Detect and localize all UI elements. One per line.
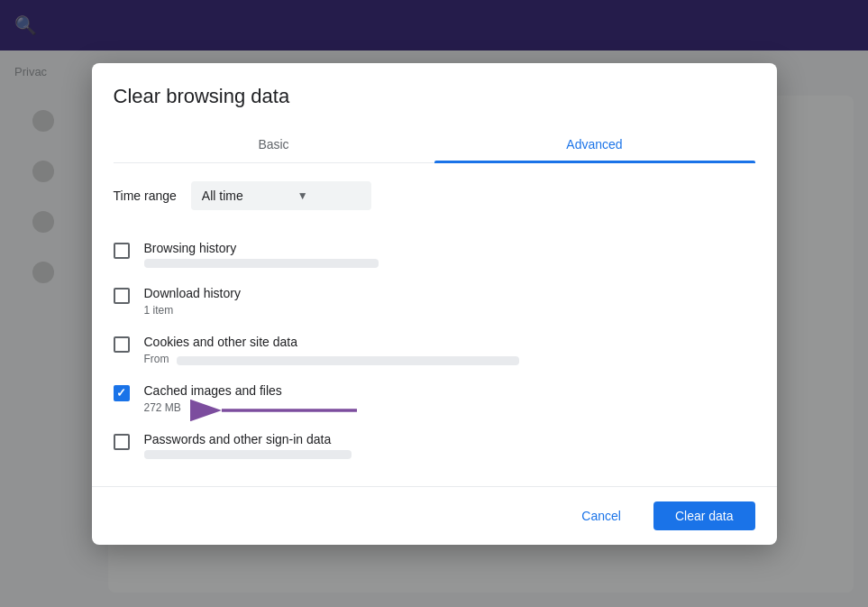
checkbox-unchecked-passwords[interactable]	[114, 434, 130, 450]
list-item-cached-images: Cached images and files 272 MB	[114, 374, 755, 423]
item-title-passwords: Passwords and other sign-in data	[144, 432, 755, 446]
time-range-value: All time	[202, 189, 243, 203]
clear-data-button[interactable]: Clear data	[653, 501, 755, 530]
cookies-subtitle-row: From	[144, 353, 755, 365]
item-text-cookies: Cookies and other site data From	[144, 335, 755, 365]
checkbox-checked-cached[interactable]	[114, 385, 130, 401]
cancel-button[interactable]: Cancel	[560, 501, 643, 530]
cookies-subtitle-bar	[177, 356, 519, 365]
list-item-passwords: Passwords and other sign-in data	[114, 423, 755, 468]
item-title-cookies: Cookies and other site data	[144, 335, 755, 349]
checkbox-passwords[interactable]	[114, 434, 130, 450]
list-item-browsing-history: Browsing history	[114, 232, 755, 277]
time-range-row: Time range All time ▼	[114, 181, 755, 210]
item-subtitle-bar-passwords	[144, 450, 352, 459]
checkbox-cookies[interactable]	[114, 336, 130, 353]
checkbox-browsing-history[interactable]	[114, 243, 130, 259]
dialog-title: Clear browsing data	[114, 85, 755, 108]
checkbox-unchecked-cookies[interactable]	[114, 336, 130, 353]
dialog-header: Clear browsing data Basic Advanced	[92, 63, 777, 163]
item-text-download-history: Download history 1 item	[144, 286, 755, 317]
checkbox-unchecked-download[interactable]	[114, 288, 130, 304]
tab-advanced[interactable]: Advanced	[434, 126, 755, 162]
checkbox-unchecked[interactable]	[114, 243, 130, 259]
dialog-tabs: Basic Advanced	[114, 126, 755, 163]
item-subtitle-download-history: 1 item	[144, 304, 755, 317]
item-text-cached-images: Cached images and files 272 MB	[144, 383, 755, 414]
tab-basic[interactable]: Basic	[114, 126, 434, 162]
cookies-from-label: From	[144, 353, 169, 365]
item-subtitle-bar-browsing	[144, 259, 379, 268]
item-text-browsing-history: Browsing history	[144, 241, 755, 268]
dropdown-arrow-icon: ▼	[297, 189, 308, 202]
clear-browsing-data-dialog: Clear browsing data Basic Advanced Time …	[92, 63, 777, 545]
item-subtitle-cached-images: 272 MB	[144, 401, 755, 414]
item-title-download-history: Download history	[144, 286, 755, 300]
time-range-select[interactable]: All time ▼	[191, 181, 371, 210]
list-item-download-history: Download history 1 item	[114, 277, 755, 326]
checkbox-download-history[interactable]	[114, 288, 130, 304]
item-title-browsing-history: Browsing history	[144, 241, 755, 255]
checkbox-cached-images[interactable]	[114, 385, 130, 401]
dialog-footer: Cancel Clear data	[92, 486, 777, 545]
item-title-cached-images: Cached images and files	[144, 383, 755, 398]
modal-overlay: Clear browsing data Basic Advanced Time …	[0, 0, 868, 607]
list-item-cookies: Cookies and other site data From	[114, 326, 755, 374]
dialog-body: Time range All time ▼ Browsing history	[92, 163, 777, 486]
time-range-label: Time range	[114, 189, 177, 203]
item-text-passwords: Passwords and other sign-in data	[144, 432, 755, 459]
